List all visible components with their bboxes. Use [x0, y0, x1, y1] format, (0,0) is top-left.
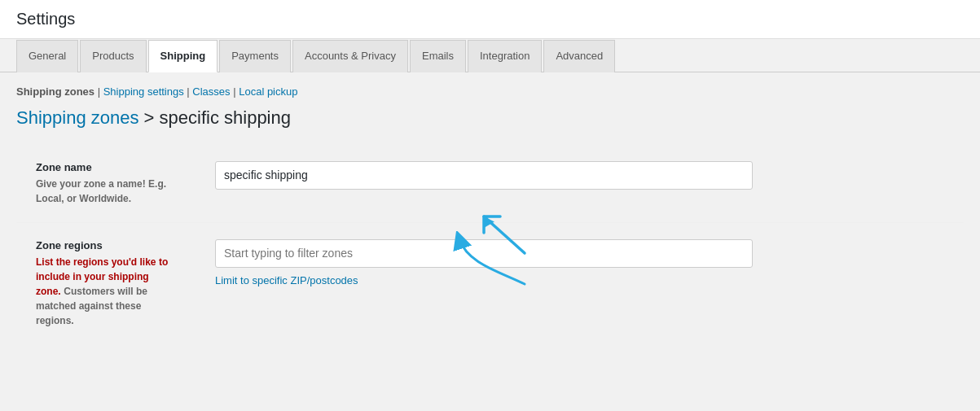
heading-separator: > [144, 107, 160, 128]
page-title-bar: Settings [0, 0, 980, 39]
zone-filter-wrapper [215, 239, 753, 268]
tab-advanced[interactable]: Advanced [543, 40, 615, 72]
breadcrumb-link-classes[interactable]: Classes [192, 85, 230, 98]
tab-integration[interactable]: Integration [468, 40, 542, 72]
tab-products[interactable]: Products [80, 40, 146, 72]
zone-name-th: Zone name Give your zone a name! E.g. Lo… [16, 145, 196, 223]
zone-name-label: Zone name [36, 161, 176, 173]
tab-accounts-privacy[interactable]: Accounts & Privacy [292, 40, 408, 72]
zone-regions-td: Limit to specific ZIP/postcodes [196, 223, 964, 345]
breadcrumb-link-local-pickup[interactable]: Local pickup [239, 85, 297, 98]
page-heading: Shipping zones > specific shipping [16, 107, 964, 129]
tab-shipping[interactable]: Shipping [148, 40, 218, 72]
tab-general[interactable]: General [16, 40, 78, 72]
main-content: Shipping zones | Shipping settings | Cla… [0, 72, 980, 361]
zone-regions-th: Zone regions List the regions you'd like… [16, 223, 196, 345]
breadcrumb-link-shipping-settings[interactable]: Shipping settings [103, 85, 184, 98]
zone-regions-label: Zone regions [36, 239, 176, 251]
tab-payments[interactable]: Payments [219, 40, 291, 72]
tabs-bar: General Products Shipping Payments Accou… [0, 39, 980, 72]
heading-page-name: specific shipping [160, 107, 291, 128]
page-title: Settings [16, 10, 964, 28]
breadcrumb-sep-1: | [98, 85, 103, 98]
breadcrumb: Shipping zones | Shipping settings | Cla… [16, 85, 964, 98]
zone-regions-row: Zone regions List the regions you'd like… [16, 223, 964, 345]
limit-to-zip-link[interactable]: Limit to specific ZIP/postcodes [215, 274, 358, 286]
zone-filter-input[interactable] [215, 239, 753, 268]
tab-emails[interactable]: Emails [410, 40, 466, 72]
zone-name-row: Zone name Give your zone a name! E.g. Lo… [16, 145, 964, 223]
zone-name-description: Give your zone a name! E.g. Local, or Wo… [36, 178, 166, 204]
page-wrapper: Settings General Products Shipping Payme… [0, 0, 980, 411]
breadcrumb-label-shipping-zones: Shipping zones [16, 85, 94, 98]
zone-name-td [196, 145, 964, 223]
zone-name-input[interactable] [215, 161, 753, 190]
zone-name-section: Zone name Give your zone a name! E.g. Lo… [16, 145, 964, 344]
heading-shipping-zones-link[interactable]: Shipping zones [16, 107, 138, 128]
